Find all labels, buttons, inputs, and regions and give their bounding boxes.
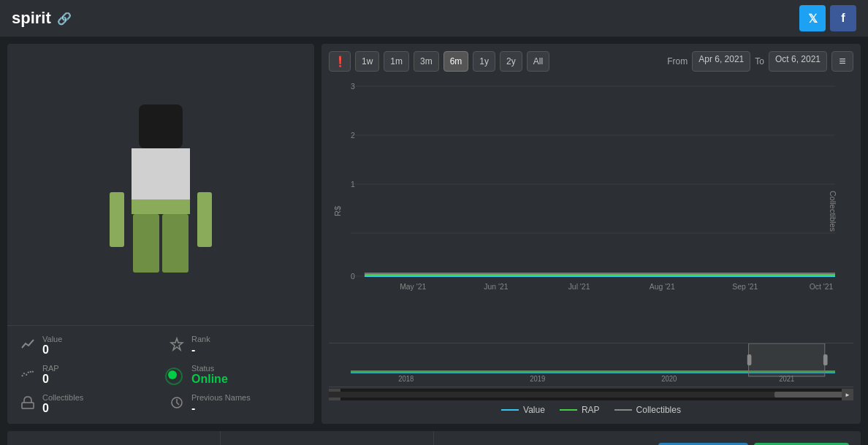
main-chart-svg: 3 2 1 0 May '21 Jun '21 Jul '21 Aug '21 …	[351, 79, 835, 291]
stats-section: Value 0 Rank - RAP	[7, 325, 314, 424]
svg-text:Sep '21: Sep '21	[732, 282, 758, 291]
stat-collectibles: Collectibles 0	[19, 393, 153, 415]
char-arm-right	[197, 192, 212, 247]
stat-rap: RAP 0	[19, 364, 153, 386]
chart-legend: Value RAP Collectibles	[329, 400, 853, 417]
rap-legend-label: RAP	[582, 405, 600, 415]
date-range: From Apr 6, 2021 To Oct 6, 2021 ≡	[667, 51, 853, 72]
collectibles-legend-label: Collectibles	[636, 405, 681, 415]
avatar-section	[7, 44, 314, 325]
status-icon	[168, 370, 186, 379]
main-content: Value 0 Rank - RAP	[0, 37, 868, 431]
to-label: To	[755, 56, 764, 66]
scroll-right-button[interactable]: ►	[842, 389, 853, 400]
chart-alert-button[interactable]: ❗	[329, 51, 351, 72]
value-legend-line	[501, 409, 519, 411]
chart-main: R$ Collectibles 3 2 1 0 May '21 Jun	[329, 79, 853, 343]
y-axis-label: R$	[333, 205, 342, 216]
svg-text:Aug '21: Aug '21	[650, 282, 675, 291]
svg-text:1: 1	[351, 180, 355, 189]
previous-names-label: Previous Names	[191, 393, 251, 402]
avatar	[110, 104, 212, 265]
status-label: Status	[191, 364, 228, 373]
collectibles-label: Collectibles	[42, 393, 83, 402]
value-number: 0	[42, 343, 62, 357]
time-btn-6m[interactable]: 6m	[443, 51, 469, 72]
svg-text:2: 2	[351, 131, 355, 140]
svg-rect-0	[22, 403, 34, 408]
stat-value: Value 0	[19, 335, 153, 357]
rank-label: Rank	[191, 335, 210, 343]
svg-text:2020: 2020	[661, 375, 677, 383]
stat-rank: Rank -	[168, 335, 302, 357]
collectibles-axis-label: Collectibles	[829, 190, 837, 231]
value-label: Value	[42, 335, 62, 343]
chart-area: R$ Collectibles 3 2 1 0 May '21 Jun	[329, 79, 853, 417]
rap-number: 0	[42, 373, 59, 386]
chart-scrollbar[interactable]: ◄ ►	[329, 389, 853, 400]
last-seen-stat: Last Seen Online 51 seconds ago	[7, 431, 221, 445]
svg-rect-27	[747, 354, 752, 365]
collectibles-icon	[19, 395, 37, 414]
app-title: spirit	[12, 9, 51, 28]
link-icon[interactable]: 🔗	[57, 12, 72, 26]
rap-label: RAP	[42, 364, 59, 373]
svg-text:2019: 2019	[530, 375, 545, 383]
location-stat: Location On Website	[221, 431, 434, 445]
svg-text:Oct '21: Oct '21	[810, 282, 834, 291]
trade-ads-stat: Trade Ads Created 0	[434, 431, 647, 445]
bottom-bar: Last Seen Online 51 seconds ago Location…	[7, 431, 861, 445]
svg-rect-26	[749, 343, 825, 376]
rank-number: -	[191, 343, 210, 357]
legend-collectibles: Collectibles	[614, 405, 681, 415]
value-icon	[19, 337, 37, 355]
time-btn-2y[interactable]: 2y	[500, 51, 522, 72]
stat-previous-names: Previous Names -	[168, 393, 302, 415]
bottom-actions: ⇄ Trade Ads ➤ Send Trade	[647, 431, 861, 445]
svg-text:2018: 2018	[398, 375, 414, 383]
from-date[interactable]: Apr 6, 2021	[692, 51, 750, 72]
rank-icon	[168, 337, 186, 355]
char-arm-left	[110, 192, 124, 247]
char-body	[132, 148, 190, 199]
twitter-button[interactable]: 𝕏	[799, 5, 826, 31]
time-btn-1m[interactable]: 1m	[384, 51, 409, 72]
trade-ads-button[interactable]: ⇄ Trade Ads	[658, 443, 747, 446]
time-btn-3m[interactable]: 3m	[414, 51, 439, 72]
chart-panel: ❗ 1w 1m 3m 6m 1y 2y All From Apr 6, 2021…	[321, 44, 861, 424]
stat-status: Status Online	[168, 364, 302, 386]
chart-controls: ❗ 1w 1m 3m 6m 1y 2y All From Apr 6, 2021…	[329, 51, 853, 72]
svg-rect-28	[823, 354, 828, 365]
mini-chart-svg: 2018 2019 2020 2021	[351, 343, 835, 384]
time-btn-all[interactable]: All	[527, 51, 549, 72]
char-head	[139, 104, 183, 148]
value-legend-label: Value	[523, 405, 545, 415]
rap-legend-line	[560, 409, 577, 411]
time-btn-1y[interactable]: 1y	[473, 51, 495, 72]
previous-names-value: -	[191, 402, 251, 415]
time-btn-1w[interactable]: 1w	[355, 51, 379, 72]
collectibles-legend-line	[614, 409, 632, 411]
facebook-button[interactable]: f	[830, 5, 856, 31]
chart-mini: 2018 2019 2020 2021	[329, 343, 853, 387]
svg-text:Jun '21: Jun '21	[484, 282, 508, 291]
send-trade-button[interactable]: ➤ Send Trade	[754, 443, 849, 446]
legend-rap: RAP	[560, 405, 600, 415]
svg-text:Jul '21: Jul '21	[568, 282, 590, 291]
rap-icon	[19, 366, 37, 384]
char-arms	[110, 192, 212, 247]
legend-value: Value	[501, 405, 545, 415]
chart-menu-button[interactable]: ≡	[831, 51, 853, 72]
scrollbar-track[interactable]	[329, 392, 853, 398]
collectibles-number: 0	[42, 402, 83, 415]
to-date[interactable]: Oct 6, 2021	[769, 51, 827, 72]
previous-names-icon	[168, 395, 186, 414]
online-dot	[168, 370, 177, 379]
svg-text:May '21: May '21	[400, 282, 426, 291]
header: spirit 🔗 𝕏 f	[0, 0, 868, 37]
status-value: Online	[191, 373, 228, 386]
left-panel: Value 0 Rank - RAP	[7, 44, 314, 424]
social-buttons: 𝕏 f	[799, 5, 856, 31]
from-label: From	[667, 56, 688, 66]
logo: spirit 🔗	[12, 9, 72, 28]
